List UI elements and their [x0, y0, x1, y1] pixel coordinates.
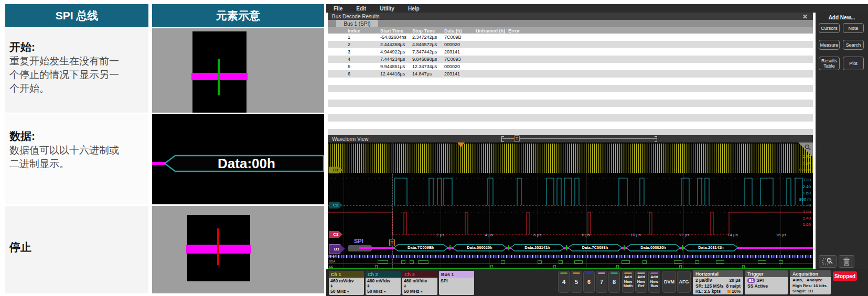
row-data-text-cell: 数据: 数据值可以以十六进制或 二进制显示。 — [5, 114, 148, 204]
minimap-right-bracket — [655, 136, 657, 142]
stopped-badge[interactable]: Stopped — [833, 271, 857, 281]
spi-reference-table: SPI 总线 元素示意 开始: 重复开始发生在没有前一 个停止的情况下显示另一 … — [0, 0, 325, 296]
scale-label: 920 m — [793, 168, 811, 172]
cell: 000020 — [444, 64, 460, 69]
channel-button-7[interactable]: 7 — [596, 271, 607, 293]
start-illustration — [152, 28, 324, 113]
menu-item-edit[interactable]: Edit — [356, 6, 366, 12]
add-new-ref-button[interactable]: Add New Ref — [635, 271, 647, 293]
add-new-math-button[interactable]: Add New Math — [622, 271, 634, 293]
acquisition-title: Acquisition — [790, 270, 831, 277]
add-new-cursors[interactable]: Cursors — [819, 23, 840, 33]
channel-badge-bus1[interactable]: Bus 1SPI — [439, 271, 474, 295]
table-header-spi-bus: SPI 总线 — [5, 4, 148, 27]
grid-dots — [328, 178, 813, 179]
table-row[interactable] — [328, 114, 813, 122]
table-row[interactable]: 47.444234µs9.846898µs7C0093 — [328, 56, 813, 63]
add-new-measure[interactable]: Measure — [819, 40, 840, 50]
close-icon[interactable]: ✕ — [802, 13, 808, 20]
vertical-splitter-handle[interactable]: ⋮⋮ — [813, 148, 816, 169]
column-header-2[interactable]: Stop Time — [412, 28, 435, 34]
scale-label: 1.60 — [793, 222, 811, 227]
zoom-mode-button[interactable] — [819, 255, 837, 268]
sda-pulse — [758, 260, 766, 264]
results-table-body: 1-54.82604ns2.347242µs7C009B22.444358µs4… — [328, 34, 813, 129]
horizontal-splitter[interactable] — [328, 129, 813, 135]
channel-button-6[interactable]: 6 — [583, 271, 595, 293]
sda-pulse — [674, 260, 682, 264]
minimap-trigger-icon[interactable]: T — [514, 135, 520, 142]
results-title-bar[interactable]: Bus Decode Results ✕ — [328, 13, 813, 20]
menu-item-help[interactable]: Help — [408, 6, 420, 12]
dvm-button[interactable]: DVM — [662, 271, 676, 293]
ss-pulse — [375, 265, 378, 268]
sda-row — [328, 260, 813, 265]
menu-item-utility[interactable]: Utility — [380, 6, 394, 12]
tab-bus1-spi[interactable]: Bus 1 (SPI) — [336, 20, 378, 27]
channel-badge-ch3[interactable]: Ch 3460 mV/div⏚50 MHz ⌁ — [402, 271, 437, 295]
table-row[interactable] — [328, 100, 813, 107]
ss-pulse — [742, 265, 745, 268]
channel-button-5[interactable]: 5 — [571, 271, 582, 293]
ss-row — [328, 267, 813, 269]
horizontal-panel[interactable]: Horizontal 2 µs/div20 µs SR: 125 MS/s8 n… — [693, 270, 743, 294]
table-row[interactable]: 34.944922µs7.347442µs203141 — [328, 48, 813, 56]
column-header-3[interactable]: Data (h) — [444, 28, 462, 34]
digital-label-ss: SS — [329, 265, 333, 268]
table-row[interactable]: 59.944861µs12.34734µs000020 — [328, 63, 813, 70]
add-new-results-table[interactable]: Results Table — [819, 57, 840, 70]
acq-mode: Auto, Analyze — [792, 278, 828, 283]
trigger-panel[interactable]: Trigger B1 SPI SS Active — [745, 270, 788, 294]
acq-resolution: High Res: 16 bits — [792, 283, 828, 289]
column-header-0[interactable]: Index — [348, 28, 360, 34]
add-new-plot[interactable]: Plot — [843, 57, 864, 70]
column-header-5[interactable]: Error — [508, 28, 520, 34]
channel-badge-ch1[interactable]: Ch 1460 mV/div⏚50 MHz ⌁ — [329, 271, 364, 295]
grid-dots — [328, 212, 813, 213]
column-header-4[interactable]: Unframed (h) — [476, 28, 505, 34]
scale-label: 2.40 — [793, 216, 811, 221]
menu-item-file[interactable]: File — [334, 6, 342, 12]
column-header-1[interactable]: Start Time — [380, 28, 403, 34]
channel-button-8[interactable]: 8 — [608, 271, 620, 293]
cell: 5 — [348, 64, 350, 69]
resolution: 8 ns/pt — [726, 283, 741, 289]
table-row[interactable]: 22.444358µs4.846572µs000020 — [328, 41, 813, 48]
channel-button-4[interactable]: 4 — [558, 271, 570, 293]
start-marker-line — [218, 59, 220, 95]
table-row[interactable]: 1-54.82604ns2.347242µs7C009B — [328, 34, 813, 41]
add-new-note[interactable]: Note — [843, 23, 864, 33]
bus-data-frame: Data:203141h — [683, 244, 738, 251]
table-row[interactable] — [328, 122, 813, 129]
cell: 2 — [348, 42, 350, 47]
horizontal-scale: 2 µs/div — [695, 278, 712, 283]
trash-icon — [843, 257, 850, 266]
acquisition-panel[interactable]: Acquisition Auto, Analyze High Res: 16 b… — [790, 270, 831, 294]
delete-button[interactable] — [839, 255, 854, 268]
table-row[interactable]: 612.44416µs14.847µs203141 — [328, 70, 813, 78]
afg-button[interactable]: AFG — [677, 271, 691, 293]
frame-separator-tick — [682, 245, 683, 250]
waveform-title: Waveform View — [332, 136, 368, 142]
stop-illustration — [152, 206, 324, 293]
table-row[interactable] — [328, 78, 813, 85]
frame-separator-tick — [449, 245, 451, 250]
channel-badge-ch2[interactable]: Ch 2460 mV/div⏚50 MHz ⌁ — [366, 271, 401, 295]
cell: 12.34734µs — [412, 64, 437, 69]
bus-data-frame: Data:7C0093h — [567, 244, 623, 251]
waveform-title-bar[interactable]: Waveform View T — [328, 135, 813, 142]
grid-dots — [328, 190, 813, 190]
table-row[interactable] — [328, 107, 813, 114]
add-new-search[interactable]: Search — [843, 40, 864, 50]
cell: 6 — [348, 71, 350, 76]
data-illustration: Data:00h — [152, 114, 324, 204]
graticule[interactable]: C1 C2 C3 SPI B1 T Data:7C009BhData:00002… — [328, 142, 813, 269]
table-row[interactable] — [328, 85, 813, 92]
frame-separator-tick — [566, 245, 567, 250]
sda-pulse — [574, 260, 583, 264]
digital-label-sda: SDA — [329, 260, 335, 263]
minimap-line[interactable] — [502, 138, 657, 139]
add-new-bus-button[interactable]: Add New Bus — [648, 271, 660, 293]
table-row[interactable] — [328, 92, 813, 100]
horizontal-window: 20 µs — [730, 278, 741, 283]
